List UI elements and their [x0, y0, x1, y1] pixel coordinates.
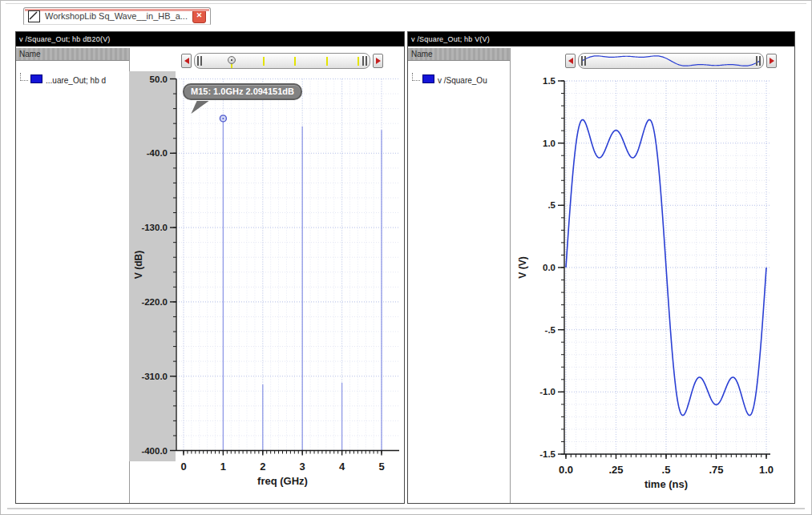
tree-plot-divider[interactable] — [510, 48, 511, 503]
svg-text:freq (GHz): freq (GHz) — [257, 475, 308, 487]
svg-text:-130.0: -130.0 — [141, 223, 168, 232]
graph-window-icon — [28, 10, 40, 22]
svg-text:-310.0: -310.0 — [141, 372, 168, 381]
svg-text:-220.0: -220.0 — [141, 297, 168, 307]
svg-text:0.0: 0.0 — [543, 263, 555, 272]
svg-text:5: 5 — [378, 461, 384, 473]
trace-label: v /Square_Ou — [438, 76, 487, 85]
tab-active-stripe — [25, 9, 209, 11]
waveform-viewer-window: WorkshopLib Sq_Wave__in_HB_a... ✕ v /Squ… — [0, 0, 812, 515]
svg-text:3: 3 — [300, 461, 305, 473]
svg-text:-40.0: -40.0 — [147, 148, 168, 158]
tab-title: WorkshopLib Sq_Wave__in_HB_a... — [45, 11, 188, 21]
svg-text:time (ns): time (ns) — [644, 478, 688, 490]
svg-text:.5: .5 — [662, 464, 671, 476]
trace-legend-item[interactable]: ...uare_Out; hb d — [19, 74, 106, 85]
tree-connector-icon — [20, 73, 28, 81]
svg-text:.25: .25 — [608, 464, 623, 476]
svg-text:2: 2 — [260, 461, 265, 473]
svg-text:V (V): V (V) — [517, 256, 528, 278]
spectrum-titlebar: v /Square_Out; hb dB20(V) — [16, 32, 404, 46]
svg-text:1.5: 1.5 — [543, 76, 556, 86]
svg-text:-400.0: -400.0 — [141, 446, 168, 456]
svg-text:.75: .75 — [709, 464, 723, 476]
svg-text:50.0: 50.0 — [150, 74, 168, 84]
waveform-titlebar: v /Square_Out; hb V(V) — [408, 32, 794, 46]
spectrum-plot[interactable]: 50.0-40.0-130.0-220.0-310.0-400.0012345f… — [131, 48, 405, 503]
trace-label: ...uare_Out; hb d — [46, 76, 106, 85]
trace-legend-item[interactable]: v /Square_Ou — [411, 74, 487, 85]
marker-balloon[interactable]: M15: 1.0GHz 2.094151dB — [183, 83, 302, 100]
trace-color-swatch — [30, 74, 42, 83]
svg-text:-1.5: -1.5 — [539, 449, 555, 459]
svg-text:.5: .5 — [547, 200, 555, 210]
svg-text:1.0: 1.0 — [543, 139, 555, 148]
svg-text:-1.0: -1.0 — [539, 387, 555, 396]
waveform-plot[interactable]: 1.51.0.50.0-.5-1.0-1.50.0.25.5.751.0time… — [511, 48, 795, 503]
tab-close-button[interactable]: ✕ — [192, 10, 206, 23]
trace-color-swatch — [422, 74, 434, 83]
name-column-header[interactable]: Name — [16, 48, 130, 61]
spectrum-subwindow: v /Square_Out; hb dB20(V) Name ...uare_O… — [15, 31, 405, 504]
waveform-subwindow: v /Square_Out; hb V(V) Name v /Square_Ou… — [407, 31, 795, 504]
window-top-edge — [6, 3, 806, 4]
svg-text:V (dB): V (dB) — [133, 251, 144, 279]
svg-text:4: 4 — [339, 461, 345, 473]
svg-text:0.0: 0.0 — [559, 464, 573, 476]
svg-text:0: 0 — [180, 461, 186, 473]
svg-text:1.0: 1.0 — [759, 464, 774, 476]
svg-text:1: 1 — [220, 461, 226, 473]
tree-connector-icon — [412, 73, 420, 81]
svg-text:-.5: -.5 — [545, 325, 556, 335]
name-column-header[interactable]: Name — [408, 48, 511, 61]
window-bottom-edge — [7, 508, 805, 509]
graph-tab[interactable]: WorkshopLib Sq_Wave__in_HB_a... ✕ — [23, 7, 211, 25]
